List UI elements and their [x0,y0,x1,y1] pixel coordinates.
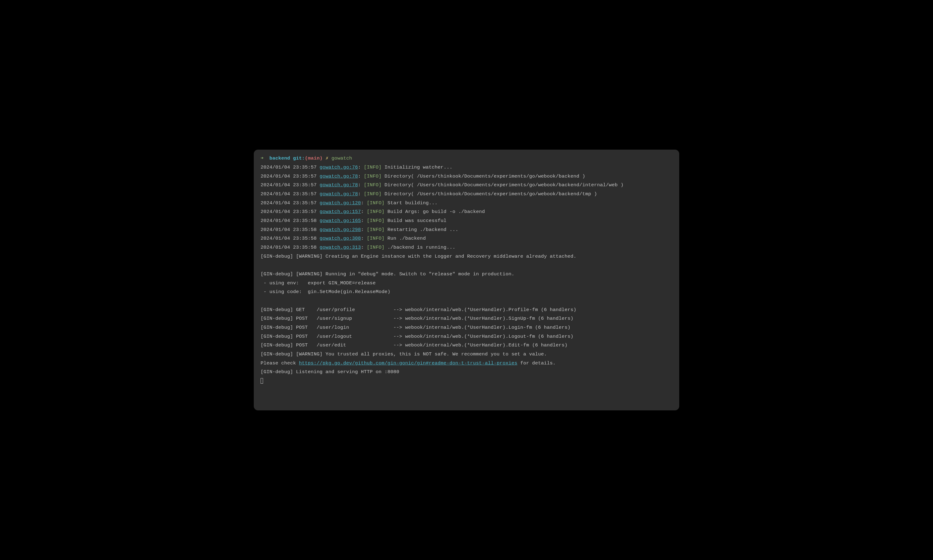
log-colon: : [358,182,364,188]
log-line: 2024/01/04 23:35:57 gowatch.go:157: [INF… [261,208,672,216]
log-source-link[interactable]: gowatch.go:120 [319,200,361,206]
gin-line: [GIN-debug] [WARNING] You trusted all pr… [261,350,672,359]
log-source-link[interactable]: gowatch.go:78 [319,174,358,179]
proxy-warning-url-line: Please check https://pkg.go.dev/github.c… [261,359,672,368]
log-level: [INFO] [367,200,384,206]
log-message: Directory( /Users/thinkook/Documents/exp… [382,182,624,188]
log-timestamp: 2024/01/04 23:35:57 [261,191,319,197]
terminal-cursor-icon [261,378,263,384]
log-timestamp: 2024/01/04 23:35:58 [261,235,319,241]
log-source-link[interactable]: gowatch.go:313 [319,245,361,250]
log-colon: : [361,209,367,214]
log-line: 2024/01/04 23:35:57 gowatch.go:120: [INF… [261,198,672,208]
gin-output: [GIN-debug] [WARNING] Creating an Engine… [261,252,672,359]
log-source-link[interactable]: gowatch.go:165 [319,218,361,223]
log-timestamp: 2024/01/04 23:35:57 [261,200,319,206]
log-source-link[interactable]: gowatch.go:157 [319,209,361,214]
gin-line: [GIN-debug] POST /user/signup --> webook… [261,314,672,323]
prompt-command: gowatch [332,155,352,161]
log-message: Start building... [384,200,438,206]
log-timestamp: 2024/01/04 23:35:57 [261,209,319,214]
log-timestamp: 2024/01/04 23:35:57 [261,165,319,170]
gin-line: [GIN-debug] POST /user/login --> webook/… [261,323,672,332]
log-line: 2024/01/04 23:35:58 gowatch.go:313: [INF… [261,243,672,252]
url-prefix: Please check [261,360,299,366]
gin-line [261,261,672,270]
prompt-line: ➜ backend git:(main) ✗ gowatch [261,154,672,163]
gin-line: [GIN-debug] [WARNING] Creating an Engine… [261,252,672,261]
gin-line: [GIN-debug] [WARNING] Running in "debug"… [261,270,672,279]
log-message: Build Args: go build -o ./backend [384,209,485,214]
gin-line: - using code: gin.SetMode(gin.ReleaseMod… [261,288,672,297]
log-level: [INFO] [367,218,384,223]
gin-line [261,297,672,305]
log-level: [INFO] [367,227,384,232]
log-line: 2024/01/04 23:35:57 gowatch.go:78: [INFO… [261,190,672,198]
log-level: [INFO] [367,209,384,214]
log-colon: : [358,165,364,170]
paren-open: ( [305,155,308,161]
log-level: [INFO] [367,245,384,250]
log-timestamp: 2024/01/04 23:35:58 [261,227,319,232]
gin-line: [GIN-debug] GET /user/profile --> webook… [261,305,672,314]
log-line: 2024/01/04 23:35:58 gowatch.go:308: [INF… [261,234,672,243]
gin-line: [GIN-debug] POST /user/edit --> webook/i… [261,341,672,350]
log-source-link[interactable]: gowatch.go:78 [319,191,358,197]
log-timestamp: 2024/01/04 23:35:58 [261,218,319,223]
prompt-arrow-icon: ➜ [261,155,264,161]
log-line: 2024/01/04 23:35:58 gowatch.go:165: [INF… [261,216,672,225]
terminal-window[interactable]: ➜ backend git:(main) ✗ gowatch 2024/01/0… [254,150,679,410]
log-timestamp: 2024/01/04 23:35:58 [261,245,319,250]
log-colon: : [361,200,367,206]
log-timestamp: 2024/01/04 23:35:57 [261,174,319,179]
log-colon: : [358,191,364,197]
log-level: [INFO] [364,174,382,179]
log-colon: : [361,235,367,241]
url-suffix: for details. [517,360,556,366]
log-line: 2024/01/04 23:35:58 gowatch.go:298: [INF… [261,225,672,234]
log-message: Initializing watcher... [382,165,452,170]
log-colon: : [361,227,367,232]
log-line: 2024/01/04 23:35:57 gowatch.go:78: [INFO… [261,172,672,181]
log-level: [INFO] [364,182,382,188]
dirty-mark-icon: ✗ [325,155,328,161]
log-message: Directory( /Users/thinkook/Documents/exp… [382,191,597,197]
listen-line: [GIN-debug] Listening and serving HTTP o… [261,368,672,377]
prompt-branch: main [308,155,319,161]
log-message: ./backend is running... [384,245,455,250]
proxy-docs-link[interactable]: https://pkg.go.dev/github.com/gin-gonic/… [299,360,517,366]
log-source-link[interactable]: gowatch.go:76 [319,165,358,170]
log-message: Restarting ./backend ... [384,227,458,232]
gin-line: [GIN-debug] POST /user/logout --> webook… [261,332,672,341]
log-source-link[interactable]: gowatch.go:78 [319,182,358,188]
prompt-git-label: git: [293,155,305,161]
log-source-link[interactable]: gowatch.go:308 [319,235,361,241]
log-line: 2024/01/04 23:35:57 gowatch.go:76: [INFO… [261,163,672,172]
log-message: Directory( /Users/thinkook/Documents/exp… [382,174,586,179]
log-level: [INFO] [364,191,382,197]
log-level: [INFO] [367,235,384,241]
log-colon: : [361,218,367,223]
log-source-link[interactable]: gowatch.go:298 [319,227,361,232]
log-timestamp: 2024/01/04 23:35:57 [261,182,319,188]
log-colon: : [358,174,364,179]
paren-close: ) [319,155,323,161]
log-message: Build was successful [384,218,447,223]
log-message: Run ./backend [384,235,426,241]
log-colon: : [361,245,367,250]
log-line: 2024/01/04 23:35:57 gowatch.go:78: [INFO… [261,181,672,190]
gin-line: - using env: export GIN_MODE=release [261,279,672,288]
log-output: 2024/01/04 23:35:57 gowatch.go:76: [INFO… [261,163,672,252]
log-level: [INFO] [364,165,382,170]
prompt-cwd: backend [270,155,290,161]
